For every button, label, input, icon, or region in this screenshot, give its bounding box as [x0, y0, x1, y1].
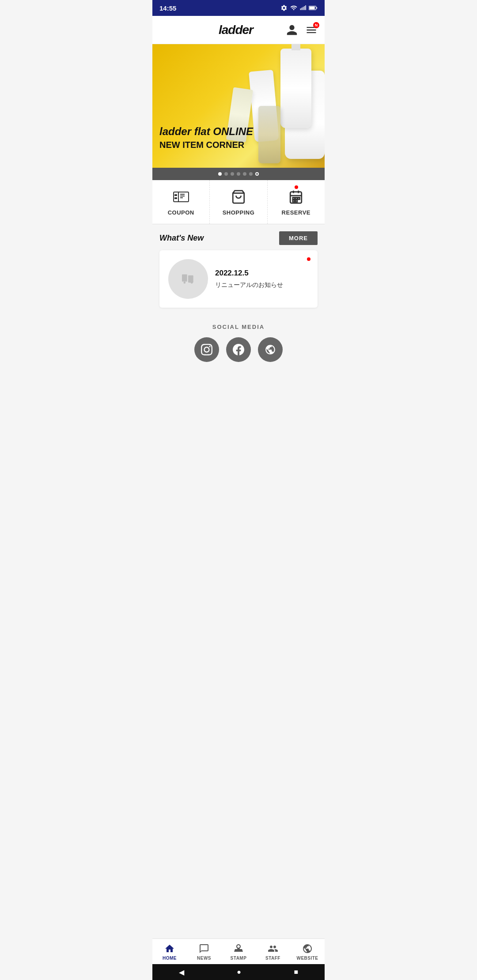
- svg-point-27: [184, 282, 186, 284]
- bottle-1-decor: [280, 49, 311, 128]
- svg-point-28: [191, 282, 193, 284]
- dot-1[interactable]: [218, 172, 222, 176]
- svg-rect-7: [317, 7, 318, 8]
- hero-title-line1: ladder flat ONLINE: [159, 125, 253, 138]
- wifi-icon: [290, 4, 297, 11]
- svg-rect-2: [303, 7, 303, 10]
- shopping-icon: [230, 188, 247, 206]
- app-logo: ladder: [219, 23, 253, 37]
- header: ladder N: [152, 16, 325, 44]
- svg-rect-1: [302, 8, 303, 10]
- social-icons-row: [159, 337, 318, 362]
- hero-text-area: ladder flat ONLINE NEW ITEM CORNER: [159, 125, 253, 150]
- reserve-icon: [287, 188, 305, 206]
- svg-rect-6: [309, 7, 315, 9]
- carousel-dots: [152, 168, 325, 180]
- whats-new-section-header: What's New MORE: [152, 224, 325, 250]
- coupon-action[interactable]: COUPON: [152, 180, 210, 224]
- news-title: リニューアルのお知らせ: [215, 281, 309, 289]
- news-thumbnail: [168, 259, 208, 299]
- coupon-icon: [172, 188, 190, 206]
- news-card[interactable]: 2022.12.5 リニューアルのお知らせ: [159, 250, 318, 308]
- shopping-label: SHOPPING: [223, 209, 255, 216]
- glass-bottle-decor: [258, 106, 280, 163]
- settings-icon: [280, 4, 288, 11]
- news-date: 2022.12.5: [215, 269, 309, 278]
- instagram-button[interactable]: [194, 337, 219, 362]
- notification-badge: N: [313, 22, 319, 28]
- svg-rect-4: [305, 5, 306, 10]
- status-bar: 14:55: [152, 0, 325, 16]
- signal-icon: [300, 4, 306, 11]
- coupon-label: COUPON: [168, 209, 194, 216]
- more-button[interactable]: MORE: [279, 231, 318, 245]
- reserve-action[interactable]: RESERVE: [268, 180, 325, 224]
- hero-banner: ladder flat ONLINE NEW ITEM CORNER: [152, 44, 325, 168]
- svg-rect-26: [188, 275, 193, 283]
- dot-3[interactable]: [231, 172, 234, 176]
- facebook-icon: [233, 344, 244, 355]
- reserve-label: RESERVE: [282, 209, 310, 216]
- logo-area: ladder: [186, 23, 286, 37]
- svg-rect-3: [304, 6, 305, 10]
- facebook-button[interactable]: [226, 337, 251, 362]
- svg-rect-22: [298, 197, 300, 199]
- globe-icon: [265, 344, 276, 355]
- svg-rect-24: [295, 200, 297, 202]
- svg-rect-21: [295, 197, 297, 199]
- bottom-spacer: [152, 375, 325, 428]
- user-icon: [286, 24, 298, 36]
- header-action-icons: N: [286, 24, 318, 36]
- shopping-action[interactable]: SHOPPING: [210, 180, 267, 224]
- news-article-content: 2022.12.5 リニューアルのお知らせ: [215, 269, 309, 289]
- quick-actions-bar: COUPON SHOPPING RESERVE: [152, 180, 325, 224]
- dot-6[interactable]: [249, 172, 253, 176]
- website-social-button[interactable]: [258, 337, 283, 362]
- svg-rect-0: [300, 8, 301, 10]
- svg-rect-20: [293, 197, 295, 199]
- dot-4[interactable]: [237, 172, 240, 176]
- menu-button[interactable]: N: [305, 24, 318, 36]
- status-icons: [280, 4, 318, 11]
- svg-rect-8: [174, 192, 189, 202]
- dot-2[interactable]: [224, 172, 228, 176]
- instagram-icon: [201, 344, 212, 355]
- status-time: 14:55: [159, 4, 176, 12]
- social-media-title: SOCIAL MEDIA: [159, 324, 318, 330]
- hero-title-line2: NEW ITEM CORNER: [159, 140, 253, 150]
- social-media-section: SOCIAL MEDIA: [152, 315, 325, 375]
- dot-7[interactable]: [255, 172, 259, 176]
- svg-rect-25: [182, 275, 187, 282]
- profile-button[interactable]: [286, 24, 298, 36]
- svg-rect-23: [293, 200, 295, 202]
- whats-new-title: What's New: [159, 234, 204, 243]
- svg-rect-10: [174, 194, 177, 196]
- battery-icon: [309, 4, 318, 11]
- news-unread-dot: [307, 257, 310, 261]
- svg-rect-11: [174, 197, 177, 199]
- dot-5[interactable]: [243, 172, 246, 176]
- placeholder-icon: [182, 274, 194, 284]
